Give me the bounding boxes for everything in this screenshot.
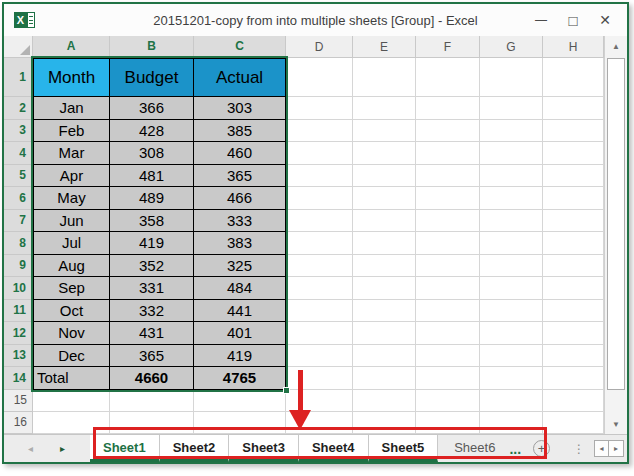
cell-E14[interactable] xyxy=(353,367,416,390)
cell-B12[interactable]: 431 xyxy=(110,322,194,345)
cell-G5[interactable] xyxy=(480,165,543,188)
cell-B8[interactable]: 419 xyxy=(110,232,194,255)
row-header-5[interactable]: 5 xyxy=(4,165,33,188)
cell-E4[interactable] xyxy=(353,142,416,165)
cell-B11[interactable]: 332 xyxy=(110,300,194,323)
cell-F7[interactable] xyxy=(416,210,480,233)
cell-C4[interactable]: 460 xyxy=(194,142,286,165)
cell-E12[interactable] xyxy=(353,322,416,345)
scroll-up-icon[interactable]: ▲ xyxy=(605,36,627,56)
tab-sheet4[interactable]: Sheet4 xyxy=(299,435,369,462)
cell-C5[interactable]: 365 xyxy=(194,165,286,188)
column-header-B[interactable]: B xyxy=(110,36,194,58)
cell-F10[interactable] xyxy=(416,277,480,300)
column-header-G[interactable]: G xyxy=(480,36,543,58)
cell-D3[interactable] xyxy=(286,120,353,143)
cell-B1[interactable]: Budget xyxy=(110,58,194,97)
cell-B6[interactable]: 489 xyxy=(110,187,194,210)
row-header-14[interactable]: 14 xyxy=(4,367,33,390)
cell-B13[interactable]: 365 xyxy=(110,345,194,368)
cell-D2[interactable] xyxy=(286,97,353,120)
cell-A14[interactable]: Total xyxy=(33,367,110,390)
cell-G16[interactable] xyxy=(480,412,543,434)
cell-D15[interactable] xyxy=(286,390,353,412)
cell-F14[interactable] xyxy=(416,367,480,390)
cell-C3[interactable]: 385 xyxy=(194,120,286,143)
cell-C9[interactable]: 325 xyxy=(194,255,286,278)
cell-A4[interactable]: Mar xyxy=(33,142,110,165)
cell-H11[interactable] xyxy=(543,300,604,323)
cell-B4[interactable]: 308 xyxy=(110,142,194,165)
cell-C1[interactable]: Actual xyxy=(194,58,286,97)
cell-C6[interactable]: 466 xyxy=(194,187,286,210)
cell-E16[interactable] xyxy=(353,412,416,434)
cell-A3[interactable]: Feb xyxy=(33,120,110,143)
row-header-1[interactable]: 1 xyxy=(4,58,33,97)
cell-H3[interactable] xyxy=(543,120,604,143)
cell-E13[interactable] xyxy=(353,345,416,368)
cell-A16[interactable] xyxy=(33,412,110,434)
cell-H12[interactable] xyxy=(543,322,604,345)
scroll-down-icon[interactable]: ▼ xyxy=(605,414,627,434)
cell-H9[interactable] xyxy=(543,255,604,278)
cell-D8[interactable] xyxy=(286,232,353,255)
cell-B3[interactable]: 428 xyxy=(110,120,194,143)
column-header-F[interactable]: F xyxy=(416,36,480,58)
close-button[interactable]: ✕ xyxy=(591,9,619,31)
cell-G4[interactable] xyxy=(480,142,543,165)
cell-A15[interactable] xyxy=(33,390,110,412)
cell-F11[interactable] xyxy=(416,300,480,323)
cell-G8[interactable] xyxy=(480,232,543,255)
cell-D5[interactable] xyxy=(286,165,353,188)
cell-H2[interactable] xyxy=(543,97,604,120)
cell-D11[interactable] xyxy=(286,300,353,323)
tab-sheet6[interactable]: Sheet6 xyxy=(438,435,505,462)
cell-F15[interactable] xyxy=(416,390,480,412)
tab-overflow-ellipsis[interactable]: ... xyxy=(505,435,525,462)
cell-G11[interactable] xyxy=(480,300,543,323)
row-header-10[interactable]: 10 xyxy=(4,277,33,300)
cell-B16[interactable] xyxy=(110,412,194,434)
row-header-15[interactable]: 15 xyxy=(4,390,33,412)
row-header-3[interactable]: 3 xyxy=(4,120,33,143)
cell-G13[interactable] xyxy=(480,345,543,368)
cell-G2[interactable] xyxy=(480,97,543,120)
cell-F2[interactable] xyxy=(416,97,480,120)
cell-F12[interactable] xyxy=(416,322,480,345)
cell-E8[interactable] xyxy=(353,232,416,255)
row-header-13[interactable]: 13 xyxy=(4,345,33,368)
cell-E5[interactable] xyxy=(353,165,416,188)
cell-B14[interactable]: 4660 xyxy=(110,367,194,390)
cell-G12[interactable] xyxy=(480,322,543,345)
cell-A12[interactable]: Nov xyxy=(33,322,110,345)
cell-C7[interactable]: 333 xyxy=(194,210,286,233)
cell-B15[interactable] xyxy=(110,390,194,412)
cell-H4[interactable] xyxy=(543,142,604,165)
row-header-16[interactable]: 16 xyxy=(4,412,33,434)
row-header-12[interactable]: 12 xyxy=(4,322,33,345)
cell-G9[interactable] xyxy=(480,255,543,278)
maximize-button[interactable]: □ xyxy=(559,9,587,31)
cell-F4[interactable] xyxy=(416,142,480,165)
cell-A7[interactable]: Jun xyxy=(33,210,110,233)
cell-B5[interactable]: 481 xyxy=(110,165,194,188)
cell-G14[interactable] xyxy=(480,367,543,390)
cell-G15[interactable] xyxy=(480,390,543,412)
cell-H5[interactable] xyxy=(543,165,604,188)
vertical-scroll-track[interactable] xyxy=(605,56,627,414)
column-header-E[interactable]: E xyxy=(353,36,416,58)
cell-F5[interactable] xyxy=(416,165,480,188)
cell-D12[interactable] xyxy=(286,322,353,345)
cell-E6[interactable] xyxy=(353,187,416,210)
cell-C2[interactable]: 303 xyxy=(194,97,286,120)
cell-D14[interactable] xyxy=(286,367,353,390)
cell-A9[interactable]: Aug xyxy=(33,255,110,278)
cell-E7[interactable] xyxy=(353,210,416,233)
cell-F3[interactable] xyxy=(416,120,480,143)
column-header-A[interactable]: A xyxy=(33,36,110,58)
cell-F6[interactable] xyxy=(416,187,480,210)
cell-G3[interactable] xyxy=(480,120,543,143)
cell-D10[interactable] xyxy=(286,277,353,300)
cell-C11[interactable]: 441 xyxy=(194,300,286,323)
tab-area-resize-grip[interactable]: ⋮ xyxy=(573,442,585,456)
